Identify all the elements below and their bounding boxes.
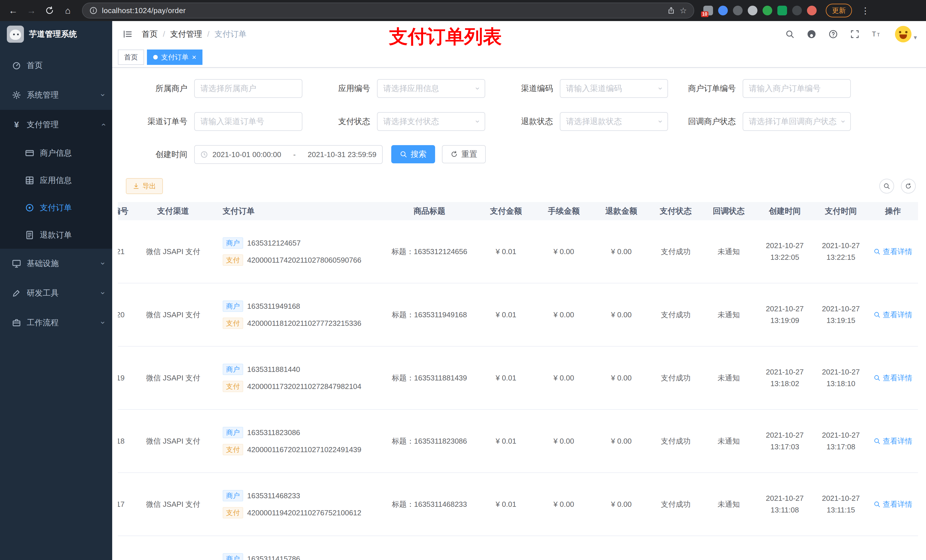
hamburger-icon <box>123 30 132 39</box>
channel-order-no-field[interactable] <box>194 112 303 131</box>
sidebar-item-label: 支付管理 <box>27 119 59 130</box>
col-channel: 支付渠道 <box>136 202 210 220</box>
sidebar-item-pay-order[interactable]: 支付订单 <box>0 194 112 221</box>
refund-status-select[interactable]: › <box>560 112 668 131</box>
font-size-button[interactable]: TT <box>871 29 882 39</box>
cell-order: 商户 1635311415786 支付 <box>210 536 381 560</box>
toggle-search-button[interactable] <box>879 179 894 193</box>
merchant-order-no-field[interactable] <box>743 79 851 98</box>
merchant-tag: 商户 <box>223 364 243 375</box>
sidebar-item-refund-order[interactable]: 退款订单 <box>0 221 112 249</box>
merchant-input[interactable] <box>200 84 296 93</box>
extension-icon[interactable] <box>777 6 787 15</box>
refund-status-input[interactable] <box>566 117 656 126</box>
gear-icon <box>12 91 21 100</box>
extension-icon[interactable] <box>718 6 728 15</box>
cell-order: 商户 1635311949168 支付 42000011812021102777… <box>210 284 381 346</box>
breadcrumb-home[interactable]: 首页 <box>142 29 158 39</box>
fullscreen-button[interactable] <box>849 29 860 39</box>
pay-order-no: 4200001173202110272847982104 <box>247 382 362 391</box>
avatar[interactable] <box>895 26 911 42</box>
view-detail-link[interactable]: 查看详情 <box>874 247 912 257</box>
app-id-input[interactable] <box>383 84 473 93</box>
browser-menu-button[interactable]: ⋮ <box>859 6 872 16</box>
view-detail-link[interactable]: 查看详情 <box>874 436 912 446</box>
tab-active-dot-icon <box>153 55 158 59</box>
sidebar-item-system[interactable]: 系统管理 › <box>0 80 112 110</box>
pay-order-no: 4200001174202110278060590766 <box>247 256 362 265</box>
cell-notify: 未通知 <box>702 220 755 283</box>
sidebar-item-app-info[interactable]: 应用信息 <box>0 167 112 194</box>
cell-status: 支付成功 <box>649 284 702 346</box>
col-action: 操作 <box>867 202 918 220</box>
view-detail-link[interactable]: 查看详情 <box>874 310 912 320</box>
cell-title <box>381 536 478 560</box>
pay-tag: 支付 <box>223 444 243 455</box>
chevron-down-icon: › <box>656 87 665 90</box>
extension-icon[interactable] <box>792 6 802 15</box>
reload-icon <box>45 6 54 15</box>
breadcrumb-payment[interactable]: 支付管理 <box>170 29 202 39</box>
url-text: localhost:1024/pay/order <box>102 6 663 15</box>
extension-icon[interactable] <box>763 6 772 15</box>
cell-status <box>649 536 702 560</box>
sidebar-item-workflow[interactable]: 工作流程 › <box>0 308 112 338</box>
cell-amount: ¥ 0.01 <box>478 473 534 536</box>
app-id-select[interactable]: › <box>377 79 485 98</box>
channel-code-input[interactable] <box>566 84 656 93</box>
merchant-order-no-input[interactable] <box>749 84 844 93</box>
pay-status-select[interactable]: › <box>377 112 485 131</box>
cell-id: 17 <box>118 473 136 536</box>
notify-status-input[interactable] <box>749 117 838 126</box>
cell-refund: ¥ 0.00 <box>593 410 649 472</box>
browser-home-button[interactable]: ⌂ <box>61 3 75 18</box>
sidebar-item-payment[interactable]: ¥ 支付管理 › <box>0 110 112 139</box>
sidebar-fold-button[interactable] <box>121 28 134 41</box>
sidebar-item-home[interactable]: 首页 <box>0 51 112 80</box>
view-detail-link[interactable]: 查看详情 <box>874 500 912 509</box>
tab-pay-order[interactable]: 支付订单 × <box>147 50 203 65</box>
merchant-select[interactable] <box>194 79 303 98</box>
extension-icon[interactable] <box>748 6 757 15</box>
bookmark-star-icon[interactable]: ☆ <box>680 6 687 15</box>
breadcrumb: 首页 / 支付管理 / 支付订单 <box>142 29 247 39</box>
pay-status-input[interactable] <box>383 117 473 126</box>
browser-chrome: ← → ⌂ localhost:1024/pay/order ☆ 10 更新 ⋮ <box>0 0 926 21</box>
create-time-range-picker[interactable]: 2021-10-01 00:00:00 - 2021-10-31 23:59:5… <box>194 145 383 164</box>
user-menu[interactable]: ▾ <box>895 26 917 42</box>
header-search-button[interactable] <box>784 29 795 39</box>
export-button[interactable]: 导出 <box>126 178 163 194</box>
sidebar-item-devtools[interactable]: 研发工具 › <box>0 278 112 308</box>
search-button[interactable]: 搜索 <box>391 145 435 163</box>
extension-icon[interactable] <box>733 6 743 15</box>
cell-fee: ¥ 0.00 <box>534 473 593 536</box>
channel-code-select[interactable]: › <box>560 79 668 98</box>
notify-status-select[interactable]: › <box>743 112 851 131</box>
col-title: 商品标题 <box>381 202 478 220</box>
sidebar-item-infra[interactable]: 基础设施 › <box>0 249 112 278</box>
cell-id: 21 <box>118 220 136 283</box>
pay-order-no: 4200001194202110276752100612 <box>247 509 362 517</box>
address-bar[interactable]: localhost:1024/pay/order ☆ <box>82 3 694 18</box>
reset-button[interactable]: 重置 <box>442 145 486 163</box>
browser-reload-button[interactable] <box>42 3 57 18</box>
github-icon <box>807 30 816 39</box>
cell-fee: ¥ 0.00 <box>534 220 593 283</box>
extension-icon[interactable]: 10 <box>703 6 713 15</box>
site-info-icon[interactable] <box>89 6 97 15</box>
extension-icon[interactable] <box>807 6 817 15</box>
refresh-table-button[interactable] <box>901 179 916 193</box>
browser-back-button[interactable]: ← <box>6 3 21 18</box>
browser-update-button[interactable]: 更新 <box>826 4 852 17</box>
browser-forward-button[interactable]: → <box>24 3 39 18</box>
cell-refund <box>593 536 649 560</box>
channel-order-no-input[interactable] <box>200 117 296 126</box>
view-detail-link[interactable]: 查看详情 <box>874 373 912 383</box>
tab-close-icon[interactable]: × <box>192 53 196 61</box>
help-button[interactable] <box>828 29 838 39</box>
share-icon[interactable] <box>667 6 675 15</box>
table-header: 编号 支付渠道 支付订单 商品标题 支付金额 手续金额 退款金额 支付状态 回调… <box>118 202 918 220</box>
github-button[interactable] <box>806 29 817 39</box>
sidebar-item-merchant-info[interactable]: 商户信息 <box>0 139 112 167</box>
tab-home[interactable]: 首页 <box>118 50 144 65</box>
